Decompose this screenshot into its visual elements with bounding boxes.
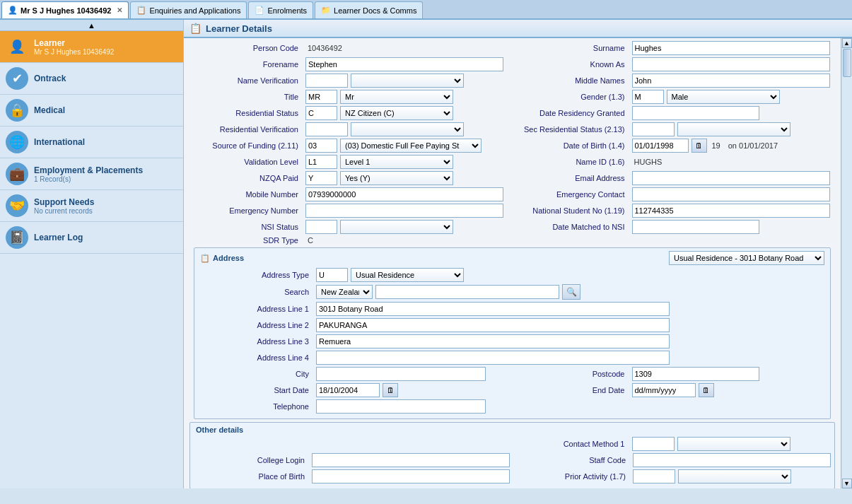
staff-code-input[interactable] — [633, 453, 831, 467]
scroll-up-arrow[interactable]: ▲ — [842, 38, 852, 48]
row-contact-method: Contact Method 1 — [196, 437, 829, 451]
row-address-search: Search New Zealand 🔍 — [200, 284, 824, 300]
gender-code-input[interactable] — [632, 90, 664, 104]
name-verification-input[interactable] — [305, 74, 348, 88]
sdr-label: SDR Type — [189, 236, 303, 245]
address-search-country[interactable]: New Zealand — [316, 285, 373, 299]
gender-select[interactable]: Male — [667, 90, 780, 104]
residential-verif-select[interactable] — [351, 122, 464, 136]
row-address-line2: Address Line 2 — [200, 318, 824, 332]
nsi-select[interactable] — [340, 220, 453, 234]
city-input[interactable] — [316, 367, 486, 381]
start-date-cal-btn[interactable]: 🗓 — [383, 383, 398, 397]
dob-calendar-btn[interactable]: 🗓 — [691, 139, 707, 153]
scroll-thumb[interactable] — [843, 49, 851, 77]
title-select[interactable]: Mr — [340, 90, 453, 104]
college-login-input[interactable] — [312, 453, 510, 467]
scroll-down-arrow[interactable]: ▼ — [842, 479, 852, 488]
address-line2-input[interactable] — [316, 318, 670, 332]
address-line4-input[interactable] — [316, 351, 670, 365]
prior-activity-code[interactable] — [633, 469, 675, 484]
content-area: 📋 Learner Details Person Code 10436492 S… — [184, 20, 852, 488]
sidebar-item-international[interactable]: 🌐 International — [0, 127, 183, 158]
form-scroll: Person Code 10436492 Surname Forename — [184, 38, 841, 488]
main-layout: ▲ 👤 Learner Mr S J Hughes 10436492 ✔ Ont… — [0, 20, 852, 488]
sidebar-log-label: Learner Log — [34, 233, 83, 242]
tab-enrolments[interactable]: 📄 Enrolments — [248, 1, 313, 18]
start-date-input[interactable] — [316, 383, 380, 397]
tab-learner-close[interactable]: ✕ — [117, 6, 122, 14]
address-search-input[interactable] — [375, 285, 559, 299]
dob-age: 19 — [710, 141, 720, 150]
name-verification-select[interactable] — [351, 74, 464, 88]
contact-method-label: Contact Method 1 — [516, 440, 629, 448]
date-residency-input[interactable] — [632, 106, 759, 120]
sec-residential-select[interactable] — [677, 122, 790, 136]
sidebar-item-support[interactable]: 🤝 Support Needs No current records — [0, 190, 183, 222]
tab-learner[interactable]: 👤 Mr S J Hughes 10436492 ✕ — [1, 1, 129, 18]
sec-residential-code[interactable] — [632, 122, 675, 136]
tab-enquiries-label: Enquiries and Applications — [149, 6, 240, 15]
row-nzqa-email: NZQA Paid Yes (Y) Email Address — [189, 171, 835, 185]
middle-names-input[interactable] — [632, 74, 830, 88]
known-as-input[interactable] — [632, 57, 830, 71]
email-input[interactable] — [632, 171, 830, 185]
end-date-input[interactable] — [632, 383, 696, 397]
mobile-input[interactable] — [305, 187, 503, 201]
tab-enquiries[interactable]: 📋 Enquiries and Applications — [130, 1, 247, 18]
tab-docs[interactable]: 📁 Learner Docs & Comms — [315, 1, 423, 18]
name-id-value: HUGHS — [632, 158, 663, 166]
tab-enrolments-icon: 📄 — [255, 6, 264, 15]
city-label: City — [200, 370, 313, 378]
emergency-contact-input[interactable] — [632, 187, 830, 201]
validation-select[interactable]: Level 1 — [340, 155, 453, 169]
row-address-line1: Address Line 1 — [200, 302, 824, 316]
gender-label: Gender (1.3) — [516, 93, 629, 101]
surname-input[interactable] — [632, 41, 830, 55]
ontrack-icon: ✔ — [6, 67, 28, 90]
postcode-input[interactable] — [632, 367, 759, 381]
validation-code-input[interactable] — [305, 155, 337, 169]
forename-input[interactable] — [305, 57, 503, 71]
telephone-input[interactable] — [316, 399, 486, 414]
address-type-select[interactable]: Usual Residence — [351, 268, 464, 282]
nzqa-select[interactable]: Yes (Y) — [340, 171, 453, 185]
scroll-track[interactable] — [842, 48, 852, 479]
sidebar-item-learner[interactable]: 👤 Learner Mr S J Hughes 10436492 — [0, 31, 183, 63]
nzqa-code-input[interactable] — [305, 171, 337, 185]
emergency-number-input[interactable] — [305, 204, 503, 218]
source-funding-select[interactable]: (03) Domestic Full Fee Paying St — [340, 139, 482, 153]
employment-icon: 💼 — [6, 163, 28, 185]
row-college-staff: College Login Staff Code — [196, 453, 829, 467]
end-date-cal-btn[interactable]: 🗓 — [699, 383, 714, 397]
place-of-birth-input[interactable] — [312, 469, 510, 484]
contact-method-select[interactable] — [677, 437, 790, 451]
residential-verif-input[interactable] — [305, 122, 348, 136]
dob-input[interactable] — [632, 139, 689, 153]
address-type-code[interactable] — [316, 268, 348, 282]
prior-activity-select[interactable] — [678, 469, 791, 484]
telephone-label: Telephone — [200, 402, 313, 411]
address-type-dropdown[interactable]: Usual Residence - 301J Botany Road — [669, 251, 824, 265]
date-matched-input[interactable] — [632, 220, 759, 234]
log-icon: 📓 — [6, 226, 28, 249]
source-funding-code[interactable] — [305, 139, 337, 153]
national-student-input[interactable] — [632, 204, 830, 218]
sidebar-item-ontrack[interactable]: ✔ Ontrack — [0, 63, 183, 95]
address-line3-input[interactable] — [316, 334, 670, 348]
residential-status-select[interactable]: NZ Citizen (C) — [340, 106, 453, 120]
sidebar-support-label: Support Needs — [34, 197, 94, 207]
contact-method-input[interactable] — [632, 437, 675, 451]
address-search-btn[interactable]: 🔍 — [562, 284, 580, 300]
start-date-label: Start Date — [200, 386, 313, 394]
sidebar-item-employment[interactable]: 💼 Employment & Placements 1 Record(s) — [0, 158, 183, 190]
surname-label: Surname — [516, 44, 629, 52]
sidebar-item-log[interactable]: 📓 Learner Log — [0, 222, 183, 254]
sidebar-scroll-up[interactable]: ▲ — [0, 20, 183, 31]
nsi-code-input[interactable] — [305, 220, 337, 234]
residential-status-code[interactable] — [305, 106, 337, 120]
title-code-input[interactable] — [305, 90, 337, 104]
sidebar-item-medical[interactable]: 🔒 Medical — [0, 95, 183, 127]
address-line1-input[interactable] — [316, 302, 670, 316]
place-of-birth-label: Place of Birth — [196, 472, 309, 481]
